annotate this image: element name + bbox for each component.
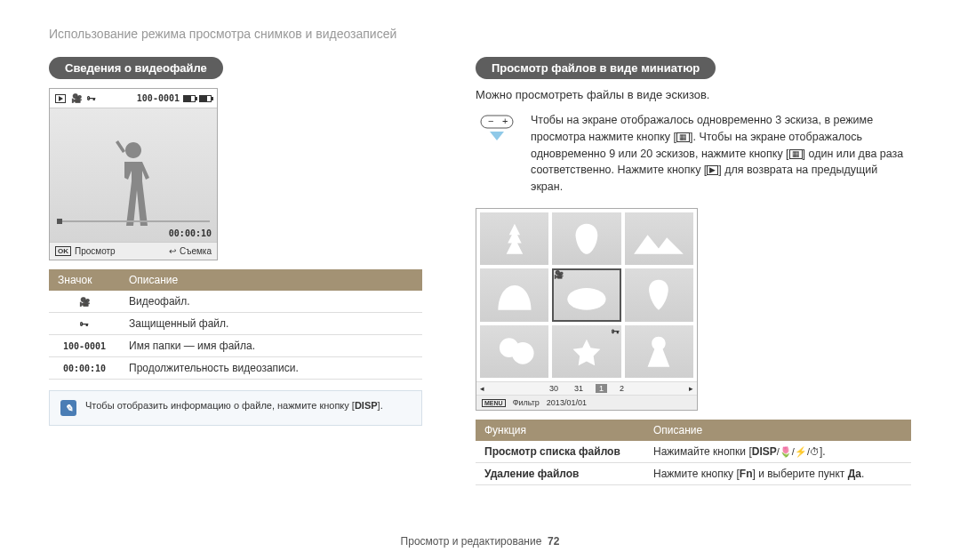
nav-prev-icon: ◂: [480, 384, 484, 393]
table-row: Просмотр списка файлов Нажимайте кнопки …: [476, 441, 911, 463]
desc-cell: Нажмите кнопку [Fn] и выберите пункт Да.: [644, 463, 911, 485]
tip-text: Чтобы отобразить информацию о файле, наж…: [85, 400, 383, 411]
desc-cell: Имя папки — имя файла.: [120, 335, 422, 357]
desc-cell: Нажимайте кнопки [DISP/🌷/⚡/⏱].: [644, 441, 911, 463]
table-row: Удаление файлов Нажмите кнопку [Fn] и вы…: [476, 463, 911, 485]
video-icon: 🎥: [71, 93, 82, 103]
table-row: 🎥 Видеофайл.: [49, 291, 422, 313]
nav-next-icon: ▸: [689, 384, 693, 393]
thumb-cell: 🗝: [552, 325, 620, 378]
protect-icon: 🗝: [87, 93, 96, 103]
thumbnail-filter-row: MENU Фильтр 2013/01/01: [476, 395, 697, 410]
icon-cell: 🎥: [49, 291, 120, 313]
desc-cell: Видеофайл.: [120, 291, 422, 313]
thumbnail-date-nav: ◂ 30 31 1 2 ▸: [476, 381, 697, 395]
tip-box: ✎ Чтобы отобразить информацию о файле, н…: [49, 390, 422, 426]
zoom-in-icon: ▶: [707, 165, 718, 175]
day-label-current: 1: [596, 384, 607, 393]
breadcrumb: Использование режима просмотра снимков и…: [49, 27, 911, 41]
th-desc: Описание: [644, 420, 911, 441]
icon-cell: 00:00:10: [49, 357, 120, 380]
svg-rect-0: [481, 116, 513, 128]
progress-bar: [57, 220, 210, 222]
thumb-cell: [625, 325, 693, 378]
back-icon: ↩: [169, 246, 176, 256]
zoom-instruction: − + Чтобы на экране отображалось одновре…: [476, 112, 911, 196]
th-icon: Значок: [49, 269, 120, 291]
thumb-cell: [480, 212, 548, 265]
page-footer: Просмотр и редактирование 72: [0, 535, 960, 548]
ok-icon: OK: [55, 246, 71, 256]
video-badge-icon: 🎥: [554, 270, 564, 279]
tip-icon: ✎: [60, 400, 76, 416]
func-cell: Удаление файлов: [476, 463, 644, 485]
desc-cell: Продолжительность видеозаписи.: [120, 357, 422, 380]
view-label: Просмотр: [75, 246, 116, 256]
lcd-bottombar: OK Просмотр ↩ Съемка: [50, 242, 217, 260]
thumb-cell: [625, 268, 693, 321]
table-row: 🗝 Защищенный файл.: [49, 313, 422, 335]
lcd-main: 00:00:10: [50, 108, 217, 242]
day-label: 31: [571, 384, 587, 393]
thumb-cell: [552, 212, 620, 265]
lcd-preview: 🎥 🗝 100-0001 00:00:10: [49, 88, 218, 260]
icon-cell: 100-0001: [49, 335, 120, 357]
playback-mode-icon: [55, 94, 66, 103]
section-header-thumbnails: Просмотр файлов в виде миниатюр: [476, 57, 716, 79]
desc-cell: Защищенный файл.: [120, 313, 422, 335]
table-row: 100-0001 Имя папки — имя файла.: [49, 335, 422, 357]
right-column: Просмотр файлов в виде миниатюр Можно пр…: [476, 57, 911, 485]
thumb-cell-selected: 🎥: [552, 268, 620, 321]
battery-icon: [183, 95, 196, 102]
th-function: Функция: [476, 420, 644, 441]
date-label: 2013/01/01: [547, 398, 587, 407]
func-cell: Просмотр списка файлов: [476, 441, 644, 463]
menu-icon: MENU: [482, 399, 506, 407]
timer-label: 00:00:10: [169, 228, 212, 238]
table-row: 00:00:10 Продолжительность видеозаписи.: [49, 357, 422, 380]
instruction-text: Чтобы на экране отображалось одновременн…: [531, 112, 911, 196]
folder-file-label: 100-0001: [137, 93, 180, 103]
svg-text:+: +: [502, 116, 508, 126]
day-label: 30: [546, 384, 562, 393]
filter-label: Фильтр: [513, 398, 540, 407]
battery-icon-2: [199, 95, 212, 102]
thumbnail-icon: ▦: [676, 132, 690, 142]
icon-cell: 🗝: [49, 313, 120, 335]
section-header-video-info: Сведения о видеофайле: [49, 57, 223, 79]
intro-text: Можно просмотреть файлы в виде эскизов.: [476, 88, 911, 101]
thumb-cell: [480, 268, 548, 321]
day-label: 2: [616, 384, 628, 393]
svg-point-3: [567, 288, 605, 310]
icon-description-table: Значок Описание 🎥 Видеофайл. 🗝 Защищенны…: [49, 269, 422, 380]
svg-point-5: [512, 342, 534, 364]
lcd-topbar: 🎥 🗝 100-0001: [50, 89, 217, 108]
left-column: Сведения о видеофайле 🎥 🗝 100-0001: [49, 57, 422, 485]
thumbnail-icon: ▦: [789, 149, 803, 159]
shoot-label: Съемка: [180, 246, 212, 256]
function-table: Функция Описание Просмотр списка файлов …: [476, 420, 911, 485]
protect-badge-icon: 🗝: [612, 327, 620, 336]
video-silhouette: [107, 135, 160, 242]
zoom-lever-icon: − +: [476, 112, 518, 153]
thumbnail-preview: 🎥 🗝 ◂ 30 31 1 2 ▸: [476, 208, 698, 411]
thumb-cell: [625, 212, 693, 265]
th-desc: Описание: [120, 269, 422, 291]
svg-text:−: −: [488, 116, 493, 126]
thumb-cell: [480, 325, 548, 378]
